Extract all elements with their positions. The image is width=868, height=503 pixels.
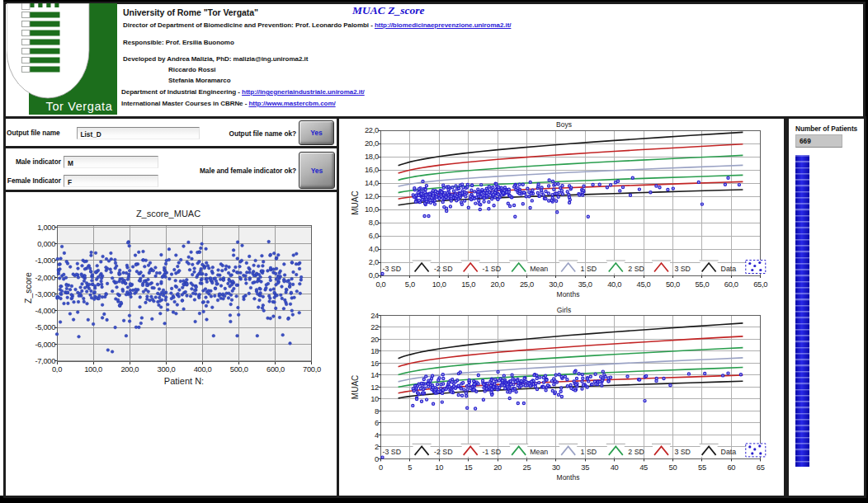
svg-text:20: 20 bbox=[493, 463, 502, 472]
svg-text:4: 4 bbox=[375, 431, 379, 440]
svg-text:2 SD: 2 SD bbox=[628, 448, 644, 456]
svg-text:300,0: 300,0 bbox=[158, 365, 176, 374]
svg-text:Months: Months bbox=[557, 290, 580, 299]
svg-text:4,0: 4,0 bbox=[369, 245, 379, 253]
svg-text:Mean: Mean bbox=[530, 265, 548, 273]
svg-text:10: 10 bbox=[370, 395, 379, 403]
svg-text:-2 SD: -2 SD bbox=[434, 265, 453, 273]
svg-text:15: 15 bbox=[465, 463, 473, 472]
svg-text:6,0: 6,0 bbox=[369, 232, 379, 240]
svg-text:10,0: 10,0 bbox=[432, 280, 446, 289]
svg-text:20,0: 20,0 bbox=[365, 139, 379, 148]
svg-text:8,0: 8,0 bbox=[369, 219, 379, 227]
svg-text:50,0: 50,0 bbox=[666, 280, 680, 289]
svg-text:16,0: 16,0 bbox=[365, 166, 379, 174]
svg-text:40,0: 40,0 bbox=[607, 280, 621, 289]
svg-text:-5,000: -5,000 bbox=[35, 323, 55, 331]
svg-text:500,0: 500,0 bbox=[230, 365, 248, 374]
svg-text:1,000: 1,000 bbox=[37, 223, 55, 232]
svg-text:0: 0 bbox=[379, 463, 383, 472]
svg-text:5,0: 5,0 bbox=[405, 280, 415, 289]
svg-text:6: 6 bbox=[375, 419, 379, 427]
svg-text:0: 0 bbox=[375, 455, 379, 463]
svg-text:-3 SD: -3 SD bbox=[383, 265, 402, 273]
svg-text:18: 18 bbox=[370, 347, 379, 355]
svg-text:2: 2 bbox=[375, 443, 379, 451]
svg-text:22: 22 bbox=[370, 323, 379, 331]
svg-text:400,0: 400,0 bbox=[194, 365, 212, 374]
svg-text:10,0: 10,0 bbox=[365, 205, 379, 214]
svg-text:16: 16 bbox=[370, 360, 379, 368]
svg-text:Girls: Girls bbox=[557, 306, 571, 314]
svg-text:-3,000: -3,000 bbox=[35, 290, 55, 299]
svg-text:-7,000: -7,000 bbox=[35, 357, 55, 365]
svg-text:35: 35 bbox=[581, 463, 589, 472]
svg-text:2,0: 2,0 bbox=[369, 258, 379, 266]
svg-text:20,0: 20,0 bbox=[491, 280, 505, 289]
svg-text:55: 55 bbox=[698, 463, 706, 472]
svg-text:25,0: 25,0 bbox=[520, 280, 534, 289]
svg-text:700,0: 700,0 bbox=[303, 365, 321, 374]
svg-text:100,0: 100,0 bbox=[84, 365, 102, 374]
svg-text:65: 65 bbox=[757, 463, 765, 472]
svg-text:60: 60 bbox=[727, 463, 735, 472]
svg-text:-2,000: -2,000 bbox=[35, 274, 55, 282]
svg-text:50: 50 bbox=[669, 463, 677, 472]
svg-text:MUAC: MUAC bbox=[351, 375, 360, 399]
svg-text:600,0: 600,0 bbox=[267, 365, 285, 374]
svg-text:Tor Vergata: Tor Vergata bbox=[46, 100, 113, 113]
svg-text:1 SD: 1 SD bbox=[581, 265, 597, 273]
svg-text:15,0: 15,0 bbox=[461, 280, 475, 289]
svg-text:10: 10 bbox=[435, 463, 443, 472]
svg-text:20: 20 bbox=[370, 336, 379, 344]
svg-text:24: 24 bbox=[370, 312, 379, 320]
svg-text:0,0: 0,0 bbox=[375, 280, 385, 289]
svg-text:-4,000: -4,000 bbox=[35, 307, 55, 315]
svg-text:40: 40 bbox=[611, 463, 619, 472]
svg-text:Boys: Boys bbox=[556, 120, 572, 129]
svg-text:-1,000: -1,000 bbox=[35, 256, 55, 265]
svg-text:Mean: Mean bbox=[530, 448, 548, 456]
svg-text:35,0: 35,0 bbox=[578, 280, 592, 289]
svg-text:MUAC: MUAC bbox=[351, 190, 360, 214]
svg-text:Data: Data bbox=[721, 448, 737, 456]
svg-text:8: 8 bbox=[375, 407, 379, 416]
svg-text:3 SD: 3 SD bbox=[674, 448, 691, 456]
svg-text:12: 12 bbox=[370, 383, 379, 392]
svg-text:-1 SD: -1 SD bbox=[483, 448, 502, 456]
svg-text:2 SD: 2 SD bbox=[628, 265, 644, 273]
svg-text:45,0: 45,0 bbox=[637, 280, 651, 289]
svg-text:14: 14 bbox=[370, 371, 379, 379]
svg-text:0,0: 0,0 bbox=[52, 365, 62, 374]
svg-text:-1 SD: -1 SD bbox=[483, 265, 502, 273]
svg-text:-2 SD: -2 SD bbox=[434, 448, 453, 456]
svg-text:Patient N:: Patient N: bbox=[164, 376, 204, 386]
svg-text:60,0: 60,0 bbox=[724, 280, 738, 289]
svg-text:30: 30 bbox=[552, 463, 560, 472]
svg-text:55,0: 55,0 bbox=[695, 280, 709, 289]
svg-text:200,0: 200,0 bbox=[120, 365, 139, 374]
svg-text:45: 45 bbox=[639, 463, 648, 472]
svg-text:Z_score: Z_score bbox=[23, 272, 33, 303]
svg-text:0,000: 0,000 bbox=[37, 240, 55, 248]
svg-text:22,0: 22,0 bbox=[365, 126, 379, 134]
svg-text:3 SD: 3 SD bbox=[674, 265, 691, 273]
svg-text:65,0: 65,0 bbox=[753, 280, 767, 289]
svg-text:-6,000: -6,000 bbox=[35, 341, 55, 349]
svg-text:-3 SD: -3 SD bbox=[383, 448, 402, 456]
svg-text:1 SD: 1 SD bbox=[581, 448, 597, 456]
svg-text:0,0: 0,0 bbox=[369, 271, 379, 280]
svg-text:18,0: 18,0 bbox=[365, 153, 379, 161]
svg-text:30,0: 30,0 bbox=[549, 280, 563, 289]
svg-text:Z_score_MUAC: Z_score_MUAC bbox=[136, 209, 200, 219]
svg-text:25: 25 bbox=[523, 463, 531, 472]
svg-text:12,0: 12,0 bbox=[365, 192, 379, 200]
svg-text:5: 5 bbox=[408, 463, 412, 472]
svg-text:14,0: 14,0 bbox=[365, 179, 379, 187]
svg-text:Months: Months bbox=[557, 473, 580, 482]
svg-text:Data: Data bbox=[721, 265, 737, 273]
